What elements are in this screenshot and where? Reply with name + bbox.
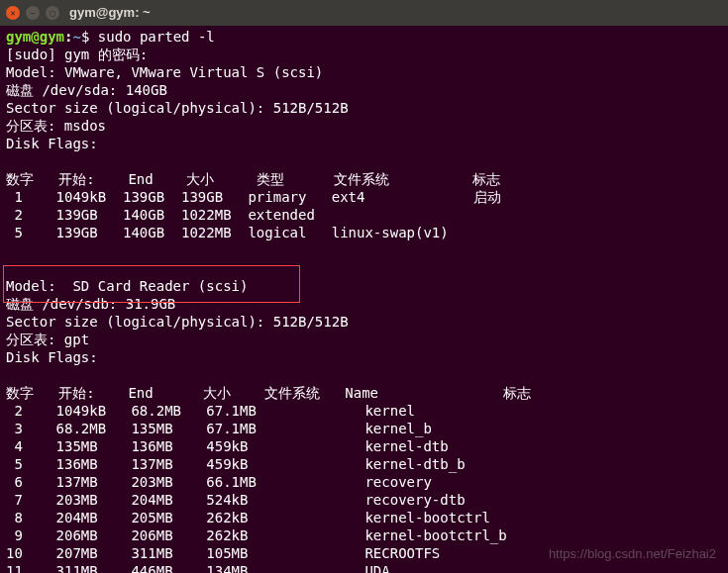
prompt-symbol: $ (81, 29, 89, 45)
blank-line (6, 366, 722, 384)
terminal-area[interactable]: gym@gym:~$ sudo parted -l [sudo] gym 的密码… (0, 26, 728, 573)
blank-line (6, 241, 722, 259)
disk2-header: 数字 开始: End 大小 文件系统 Name 标志 (6, 384, 722, 402)
disk2-path: 磁盘 /dev/sdb: 31.9GB (6, 295, 722, 313)
disk1-partition-table: 分区表: msdos (6, 117, 722, 135)
blank-line (6, 259, 722, 277)
disk2-partition-table: 分区表: gpt (6, 331, 722, 348)
disk2-sector: Sector size (logical/physical): 512B/512… (6, 313, 722, 331)
minimize-icon[interactable]: − (26, 6, 40, 20)
disk1-path: 磁盘 /dev/sda: 140GB (6, 81, 722, 99)
sudo-prompt: [sudo] gym 的密码: (6, 46, 722, 63)
window-title: gym@gym: ~ (69, 4, 151, 22)
disk2-flags: Disk Flags: (6, 348, 722, 366)
disk1-sector: Sector size (logical/physical): 512B/512… (6, 99, 722, 117)
disk1-rows: 1 1049kB 139GB 139GB primary ext4 启动 2 1… (6, 188, 722, 241)
blank-line (6, 152, 722, 170)
close-icon[interactable]: ✕ (6, 6, 20, 20)
disk1-flags: Disk Flags: (6, 135, 722, 152)
disk2-rows: 2 1049kB 68.2MB 67.1MB kernel 3 68.2MB 1… (6, 402, 722, 573)
prompt-path: ~ (72, 29, 80, 45)
command-text: sudo parted -l (98, 29, 215, 45)
maximize-icon[interactable]: ▢ (46, 6, 59, 20)
disk2-model: Model: SD Card Reader (scsi) (6, 277, 722, 295)
prompt-host: gym (40, 29, 64, 45)
disk1-header: 数字 开始: End 大小 类型 文件系统 标志 (6, 170, 722, 188)
prompt-line: gym@gym:~$ sudo parted -l (6, 28, 722, 46)
disk1-model: Model: VMware, VMware Virtual S (scsi) (6, 63, 722, 81)
prompt-user: gym (6, 29, 31, 45)
window-titlebar: ✕ − ▢ gym@gym: ~ (0, 0, 728, 26)
